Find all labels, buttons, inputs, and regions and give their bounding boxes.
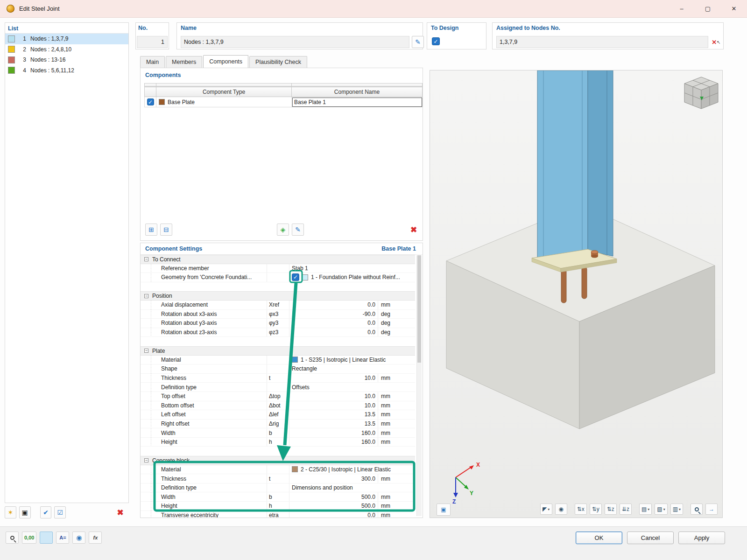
setting-row[interactable]: Bottom offset Δbot 10.0 mm [141,401,415,411]
setting-row[interactable]: Definition type Offsets [141,383,415,392]
setting-row[interactable]: Transverse eccentricity etra 0.0 mm [141,511,415,518]
component-type-cell[interactable]: Base Plate [156,97,292,107]
insert-row-icon[interactable]: ⊞ [145,224,157,236]
rename-button[interactable]: ✎ [412,36,424,48]
group-position[interactable]: − Position [141,291,415,301]
setting-value[interactable]: 10.0 [289,392,378,401]
setting-value[interactable]: 0.0 [289,319,378,328]
setting-row[interactable]: Height h 160.0 mm [141,438,415,447]
setting-value[interactable]: 1 - Foundation Plate without Reinf... [311,274,400,280]
decimal-places-button[interactable]: 0,00 [22,532,36,544]
pick-nodes-button[interactable]: ✕ ↖ [710,36,722,48]
copy-joint-icon[interactable]: ▣ [19,506,31,518]
to-design-checkbox[interactable]: ✓ [432,37,440,45]
assigned-nodes-field[interactable]: 1,3,7,9 [496,36,708,48]
collapse-icon[interactable]: − [144,294,148,298]
list-item[interactable]: 2 Nodes : 2,4,8,10 [5,44,128,55]
anchor-bolt[interactable] [591,251,598,258]
find-button[interactable] [6,532,19,544]
visibility-button[interactable]: ▤ ▾ [639,504,652,515]
setting-row[interactable]: Height h 500.0 mm [141,502,415,511]
maximize-button[interactable]: ▢ [695,0,721,17]
setting-row[interactable]: Material 1 - S235 | Isotropic | Linear E… [141,356,415,365]
collapse-icon[interactable]: − [144,349,148,353]
setting-row[interactable]: Geometry from 'Concrete Foundati... ✓ 1 … [141,273,415,282]
list-item[interactable]: 4 Nodes : 5,6,11,12 [5,65,128,76]
setting-value[interactable]: 10.0 [289,401,378,410]
delete-joint-icon[interactable]: ✖ [114,506,126,518]
setting-row[interactable]: Reference member Stab 1 [141,264,415,273]
font-settings-button[interactable]: A= [56,532,69,544]
setting-value[interactable]: 500.0 [289,492,378,501]
setting-value[interactable]: 160.0 [289,428,378,437]
setting-row[interactable]: Top offset Δtop 10.0 mm [141,392,415,401]
setting-value[interactable]: 10.0 [289,374,378,383]
setting-row[interactable]: Right offset Δrig 13.5 mm [141,420,415,429]
flip-z2-button[interactable]: ⇊z [620,504,632,515]
setting-value[interactable]: 1 - S235 | Isotropic | Linear Elastic [301,357,386,363]
component-row[interactable]: ✓ Base Plate Base Plate 1 [144,97,423,107]
zoom-button[interactable] [691,504,703,515]
component-name-cell[interactable]: Base Plate 1 [292,97,423,107]
print-button[interactable]: ▥ ▾ [670,504,683,515]
minimize-button[interactable]: – [669,0,695,17]
navigator-toggle-button[interactable]: ▣ [437,504,451,516]
setting-value[interactable]: Offsets [289,383,409,392]
setting-row[interactable]: Definition type Dimensions and position [141,483,415,493]
setting-row[interactable]: Thickness t 300.0 mm [141,474,415,483]
settings-scrollbar[interactable] [416,255,422,516]
apply-button[interactable]: Apply [678,532,725,544]
setting-value[interactable]: 13.5 [289,420,378,428]
collapse-icon[interactable]: − [144,257,148,261]
setting-value[interactable]: 0.0 [289,301,378,309]
setting-row[interactable]: Material 2 - C25/30 | Isotropic | Linear… [141,465,415,475]
navigation-cube[interactable] [684,77,718,109]
setting-row[interactable]: Rotation about z3-axis φz3 0.0 deg [141,328,415,337]
setting-value[interactable]: -90.0 [289,310,378,319]
geometry-from-foundation-checkbox[interactable]: ✓ [292,273,299,281]
setting-value[interactable]: 0.0 [289,511,378,518]
model-viewport[interactable]: X Y Z ▣ ◤ ▾ ◉ ⇅x ⇅y ⇅z ⇊z ▤ ▾ ▧ ▾ ▥ ▾ → [430,70,723,518]
formula-button[interactable]: fx [89,532,102,544]
setting-row[interactable]: Width b 160.0 mm [141,428,415,438]
setting-value[interactable]: 500.0 [289,502,378,511]
ok-button[interactable]: OK [576,532,622,544]
list-item[interactable]: 1 Nodes : 1,3,7,9 [5,34,128,44]
setting-value[interactable]: 300.0 [289,474,378,483]
close-button[interactable]: ✕ [721,0,747,17]
list-item[interactable]: 3 Nodes : 13-16 [5,55,128,65]
setting-value[interactable]: Dimensions and position [289,483,409,492]
collapse-icon[interactable]: − [144,458,148,462]
color-scheme-button[interactable] [40,532,53,544]
group-plate[interactable]: − Plate [141,346,415,356]
setting-value[interactable]: 2 - C25/30 | Isotropic | Linear Elastic [301,466,391,473]
setting-row[interactable]: Thickness t 10.0 mm [141,374,415,383]
flip-z-button[interactable]: ⇅z [605,504,617,515]
display-style-button[interactable]: ▧ ▾ [655,504,667,515]
tab-plausibility-check[interactable]: Plausibility Check [249,56,307,68]
save-component-icon[interactable]: ✎ [292,224,304,236]
group-concrete-block[interactable]: − Concrete block [141,456,415,465]
delete-row-icon[interactable]: ⊟ [160,224,172,236]
view-direction-button[interactable]: ◤ ▾ [540,504,552,515]
tab-members[interactable]: Members [166,56,202,68]
setting-row[interactable]: Rotation about y3-axis φy3 0.0 deg [141,319,415,328]
pan-view-button[interactable]: → [705,504,718,515]
setting-value[interactable]: 160.0 [289,438,378,447]
flip-y-button[interactable]: ⇅y [590,504,602,515]
setting-value[interactable]: 13.5 [289,410,378,419]
import-component-icon[interactable]: ◈ [277,224,289,236]
no-field[interactable]: 1 [137,36,168,48]
check-selection-icon[interactable]: ☑ [54,506,66,518]
camera-view-button[interactable]: ◉ [555,504,567,515]
setting-row[interactable]: Shape Rectangle [141,364,415,374]
tab-components[interactable]: Components [203,55,248,68]
name-field[interactable]: Nodes : 1,3,7,9 [181,36,409,48]
delete-all-components-icon[interactable]: ✖ [408,224,420,236]
tab-main[interactable]: Main [140,56,165,68]
scrollbar-thumb[interactable] [417,255,421,363]
setting-row[interactable]: Axial displacement Xref 0.0 mm [141,301,415,310]
setting-row[interactable]: Rotation about x3-axis φx3 -90.0 deg [141,310,415,319]
setting-row[interactable]: Left offset Δlef 13.5 mm [141,410,415,420]
steel-column[interactable] [537,70,613,260]
